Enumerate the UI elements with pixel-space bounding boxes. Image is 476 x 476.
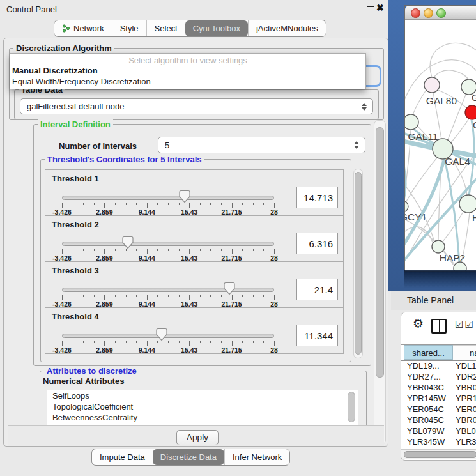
network-canvas[interactable]: GAL80GACGAL11GAL4GCY1HHAP2 [405,20,476,271]
network-node[interactable] [459,195,476,213]
threshold-slider[interactable] [62,287,274,293]
tab-select[interactable]: Select [146,20,185,36]
discretization-algorithm-title: Discretization Algorithm [13,43,114,53]
tab-jactivemnodules[interactable]: jActiveMNodules [248,20,326,36]
slider-track[interactable] [62,288,274,292]
threshold-label: Threshold 3 [52,266,99,275]
network-icon [62,24,70,33]
threshold-value-field[interactable]: 14.713 [296,187,338,208]
threshold-panel: Threshold 2 -3.4262.8599.14415.4321.7152… [45,215,344,262]
node-label: GAL80 [426,95,457,106]
thresholds-scrollbar-thumb[interactable] [355,172,362,355]
table-row[interactable]: YBR045CYBR0 [401,415,476,426]
top-tab-bar: Network Style Select Cyni Toolbox jActiv… [54,20,326,37]
numerical-attributes-list[interactable]: SelfLoopsTopologicalCoefficientBetweenne… [47,390,358,425]
network-node[interactable] [424,77,440,93]
number-of-intervals-combobox[interactable]: 5 [158,137,365,153]
table-row[interactable]: YDR27...YDR2 [401,371,476,382]
slider-ticks [62,341,274,346]
close-icon[interactable]: ✖ [376,3,384,13]
attribute-item[interactable]: BetweennessCentrality [47,412,358,423]
threshold-slider[interactable] [62,195,274,201]
table-panel: ⚙ ☑☑ shared... na YDL19...YDL1YDR27...YD… [401,312,476,461]
slider-track[interactable] [62,334,274,338]
network-window-titlebar[interactable] [405,6,476,20]
network-node[interactable] [405,201,408,212]
slider-track[interactable] [62,242,274,246]
slider-thumb-icon[interactable] [224,282,235,295]
slider-track[interactable] [62,196,274,200]
network-node[interactable] [432,240,445,253]
network-node[interactable] [465,105,476,119]
thresholds-title: Threshold's Coordinates for 5 Intervals [45,155,204,164]
column-header-name[interactable]: na [453,345,476,360]
table-row[interactable]: YBR043CYBR0 [401,382,476,393]
threshold-label: Threshold 1 [52,174,99,183]
node-label: GA [472,92,476,103]
tab-network[interactable]: Network [54,20,112,36]
node-label: H [472,212,476,223]
node-label: GAL4 [445,156,470,167]
table-data-value: galFiltered.sif default node [27,102,124,111]
network-node[interactable] [454,262,466,271]
table-data-group: Table Data galFiltered.sif default node [14,89,379,119]
tab-discretize-data[interactable]: Discretize Data [153,449,224,465]
network-node[interactable] [405,114,418,130]
minimize-traffic-light[interactable] [424,8,433,18]
horizontal-scrollbar[interactable] [401,449,476,459]
attributes-scrollbar-thumb[interactable] [348,392,355,422]
tab-infer-network[interactable]: Infer Network [224,449,289,465]
horizontal-scrollbar-thumb[interactable] [404,451,476,458]
slider-thumb-icon[interactable] [156,328,167,341]
slider-ticks [62,203,274,208]
table-row[interactable]: YLR345WYLR3 [401,436,476,447]
table-data-combobox[interactable]: galFiltered.sif default node [20,98,373,114]
apply-button[interactable]: Apply [176,430,219,445]
threshold-list: Threshold 1 -3.4262.8599.14415.4321.7152… [45,170,344,354]
attribute-item[interactable]: TopologicalCoefficient [47,401,358,412]
table-row[interactable]: YER054CYER0 [401,404,476,415]
tab-style[interactable]: Style [112,20,146,36]
tab-impute-data[interactable]: Impute Data [92,449,153,465]
slider-thumb-icon[interactable] [179,190,190,203]
algorithm-option-manual[interactable]: Manual Discretization [12,66,364,76]
main-scrollbar[interactable] [374,120,386,445]
threshold-slider[interactable] [62,241,274,247]
number-of-intervals-value: 5 [165,141,169,150]
table-row[interactable]: YPR145WYPR1 [401,393,476,404]
float-window-icon[interactable] [367,6,374,13]
algorithm-option-equal-width[interactable]: Equal Width/Frequency Discretization [12,77,364,87]
attributes-title: Attributes to discretize [44,366,139,376]
threshold-value-field[interactable]: 6.316 [296,233,338,254]
threshold-value-field[interactable]: 21.4 [296,279,338,300]
combo-stepper-icon [362,103,367,111]
column-header-shared-name[interactable]: shared... [404,345,453,360]
node-label: C [473,119,476,130]
algorithm-placeholder: Select algorithm to view settings [10,56,365,65]
gear-icon[interactable]: ⚙ [413,316,424,331]
table-rows: YDL19...YDL1YDR27...YDR2YBR043CYBR0YPR14… [401,360,476,448]
interval-definition-title: Interval Definition [38,119,113,129]
threshold-value-field[interactable]: 11.344 [296,325,338,346]
close-traffic-light[interactable] [411,8,420,18]
combo-stepper-icon [354,141,359,149]
threshold-slider[interactable] [62,333,274,339]
slider-thumb-icon[interactable] [122,236,134,249]
main-scrollbar-thumb[interactable] [376,127,384,378]
table-row[interactable]: YBL079WYBL0 [401,426,476,436]
zoom-traffic-light[interactable] [436,8,446,18]
panel-title: Control Panel [6,4,57,14]
node-label: HAP2 [440,252,466,263]
thresholds-scrollbar[interactable] [353,169,363,358]
window-shadow [404,270,476,288]
table-row[interactable]: YIL052CYIL0 [401,447,476,448]
slider-ticks [62,295,274,300]
table-header: shared... na [401,344,476,361]
select-columns-icon[interactable]: ☑☑ [455,319,475,330]
tab-cyni-toolbox[interactable]: Cyni Toolbox [185,20,248,36]
slider-ticks [62,249,274,254]
split-columns-icon[interactable] [431,319,447,334]
attribute-item[interactable]: SelfLoops [47,390,358,401]
table-row[interactable]: YDL19...YDL1 [401,360,476,371]
numerical-attributes-label: Numerical Attributes [43,376,124,386]
